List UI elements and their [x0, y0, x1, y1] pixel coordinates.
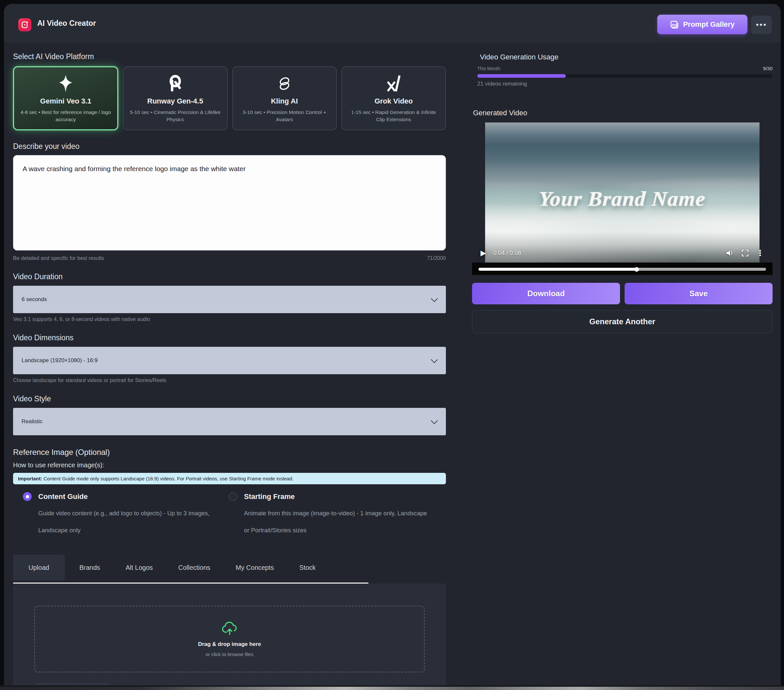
volume-button[interactable] — [726, 249, 734, 257]
page-title: AI Video Creator — [37, 19, 96, 28]
video-actions: Download Save — [472, 283, 772, 304]
runway-icon — [166, 74, 184, 94]
usage-heading: Video Generation Usage — [477, 53, 772, 61]
platform-card-desc: 1-15 sec • Rapid Generation & Infinite C… — [347, 109, 440, 123]
usage-ratio: 9/30 — [763, 66, 772, 71]
platform-card-desc: 4-8 sec • Best for reference image / log… — [19, 109, 112, 123]
chevron-down-icon — [431, 356, 438, 363]
platform-card-name: Runway Gen-4.5 — [147, 97, 203, 105]
tab-upload[interactable]: Upload — [13, 554, 65, 581]
usage-bar-track — [477, 74, 772, 78]
chevron-down-icon — [431, 417, 438, 424]
reference-subheading: How to use reference image(s): — [13, 462, 446, 469]
cutoff-thumbnail-strip — [0, 687, 784, 690]
platform-card-name: Grok Video — [374, 97, 413, 105]
play-button[interactable]: ▶ — [481, 249, 486, 257]
cloud-upload-icon — [222, 621, 237, 636]
platform-section-label: Select AI Video Platform — [13, 52, 446, 61]
fullscreen-button[interactable] — [741, 249, 749, 257]
fullscreen-icon — [741, 249, 749, 257]
overflow-menu-button[interactable]: ⋮ — [756, 249, 764, 257]
grok-icon — [385, 74, 402, 94]
platform-card-row: Gemini Veo 3.1 4-8 sec • Best for refere… — [13, 66, 446, 130]
dimensions-helper: Choose landscape for standard videos or … — [13, 378, 446, 383]
char-counter: 71/2000 — [427, 255, 446, 261]
video-brand-text: Your Brand Name — [485, 187, 759, 211]
video-progress-thumb[interactable] — [634, 267, 639, 272]
dimensions-value: Landscape (1920×1080) - 16:9 — [21, 357, 98, 364]
important-banner: Important:Content Guide mode only suppor… — [13, 473, 446, 484]
mode-desc: Guide video content (e.g., add logo to o… — [38, 505, 224, 539]
prompt-gallery-button[interactable]: Prompt Gallery — [657, 15, 748, 34]
prompt-footer: Be detailed and specific for best result… — [13, 255, 446, 261]
banner-text: Content Guide mode only supports Landsca… — [43, 476, 293, 481]
upload-panel: Drag & drop image here or click to brows… — [13, 583, 446, 690]
prompt-textarea[interactable]: A wave crashing and forming the referenc… — [13, 155, 446, 250]
sparkle-icon — [58, 74, 74, 94]
mode-desc: Animate from this image (image-to-video)… — [244, 505, 430, 539]
download-button[interactable]: Download — [472, 283, 620, 304]
generate-another-button[interactable]: Generate Another — [472, 310, 772, 333]
mode-option[interactable]: Starting Frame — [229, 492, 444, 501]
platform-card-gemini-veo[interactable]: Gemini Veo 3.1 4-8 sec • Best for refere… — [13, 66, 118, 130]
prompt-helper: Be detailed and specific for best result… — [13, 255, 104, 261]
dimensions-label: Video Dimensions — [13, 334, 446, 342]
platform-card-name: Gemini Veo 3.1 — [40, 97, 91, 105]
prompt-gallery-label: Prompt Gallery — [683, 20, 735, 29]
video-controls: ▶ 0:04 / 0:08 ⋮ — [472, 246, 772, 261]
video-frame: Your Brand Name — [485, 122, 759, 263]
platform-card-desc: 5-10 sec • Cinematic Precision & Lifelik… — [129, 109, 221, 123]
tab-my-concepts[interactable]: My Concepts — [236, 564, 274, 572]
library-tabs: Upload Brands Alt Logos Collections My C… — [13, 554, 446, 581]
dropzone-title: Drag & drop image here — [198, 641, 261, 647]
usage-bar-fill — [477, 74, 566, 78]
reference-mode-options: Content Guide Guide video content (e.g.,… — [13, 492, 446, 539]
style-select[interactable]: Realistic — [13, 408, 446, 435]
tab-alt-logos[interactable]: Alt Logos — [125, 564, 153, 572]
tab-brands[interactable]: Brands — [79, 564, 100, 572]
mode-title: Content Guide — [38, 493, 88, 501]
kling-icon — [276, 74, 293, 94]
usage-remaining: 21 videos remaining — [477, 80, 772, 87]
mode-option[interactable]: Content Guide — [23, 492, 229, 501]
platform-card-runway[interactable]: Runway Gen-4.5 5-10 sec • Cinematic Prec… — [123, 66, 227, 130]
usage-row: This Month: 9/30 — [477, 66, 772, 71]
style-value: Realistic — [21, 418, 43, 425]
radio-selected-icon[interactable] — [23, 492, 32, 501]
duration-label: Video Duration — [13, 272, 446, 281]
prompt-label: Describe your video — [13, 142, 446, 151]
usage-period-label: This Month: — [477, 66, 501, 71]
platform-card-grok[interactable]: Grok Video 1-15 sec • Rapid Generation &… — [341, 66, 446, 130]
chevron-down-icon — [431, 295, 438, 302]
save-button[interactable]: Save — [624, 283, 772, 304]
left-column: Select AI Video Platform Gemini Veo 3.1 … — [13, 52, 446, 690]
duration-helper: Veo 3.1 supports 4, 6, or 8-second video… — [13, 316, 446, 322]
mode-starting-frame: Starting Frame Animate from this image (… — [229, 492, 444, 539]
duration-value: 6 seconds — [21, 296, 47, 303]
right-column: Video Generation Usage This Month: 9/30 … — [472, 53, 772, 333]
mode-content-guide: Content Guide Guide video content (e.g.,… — [13, 492, 229, 539]
video-time: 0:04 / 0:08 — [493, 250, 521, 257]
platform-card-name: Kling AI — [271, 97, 298, 105]
app-header: AI Video Creator Prompt Gallery ••• — [4, 4, 781, 43]
volume-icon — [726, 249, 734, 257]
dimensions-select[interactable]: Landscape (1920×1080) - 16:9 — [13, 347, 446, 374]
video-sparkle-icon — [21, 21, 29, 29]
tab-stock[interactable]: Stock — [299, 564, 316, 572]
duration-select[interactable]: 6 seconds — [13, 286, 446, 313]
platform-card-kling[interactable]: Kling AI 3-10 sec • Precision Motion Con… — [232, 66, 337, 130]
mode-title: Starting Frame — [244, 493, 295, 501]
more-options-button[interactable]: ••• — [751, 16, 772, 34]
tab-collections[interactable]: Collections — [178, 564, 210, 572]
radio-unselected-icon[interactable] — [229, 492, 237, 501]
video-progress-track[interactable] — [479, 268, 766, 271]
reference-heading: Reference Image (Optional) — [13, 448, 446, 457]
video-progress-fill — [479, 268, 637, 271]
app-logo — [18, 18, 31, 31]
dropzone[interactable]: Drag & drop image here or click to brows… — [34, 606, 425, 672]
generated-video-heading: Generated Video — [473, 109, 772, 117]
banner-bold: Important: — [18, 476, 42, 481]
video-player[interactable]: Your Brand Name ▶ 0:04 / 0:08 — [472, 122, 772, 275]
dropzone-subtitle: or click to browse files — [206, 651, 254, 657]
app-window: AI Video Creator Prompt Gallery ••• Sele… — [4, 4, 781, 690]
